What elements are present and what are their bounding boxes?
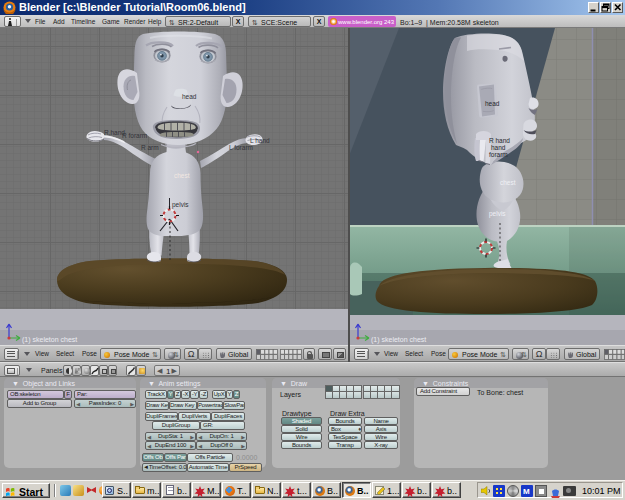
svg-text:(1) skeleton chest: (1) skeleton chest xyxy=(371,336,426,344)
svg-text:head: head xyxy=(485,100,500,107)
svg-text:R arm: R arm xyxy=(141,144,159,151)
svg-text:L forarm: L forarm xyxy=(229,144,253,151)
svg-text:(1) skeleton chest: (1) skeleton chest xyxy=(22,336,77,344)
svg-text:pelvis: pelvis xyxy=(489,210,506,218)
svg-text:L hand: L hand xyxy=(250,137,270,144)
svg-text:forarm: forarm xyxy=(489,151,508,158)
svg-text:R forarm: R forarm xyxy=(122,132,147,139)
svg-text:chest: chest xyxy=(174,172,190,179)
svg-text:R hand: R hand xyxy=(489,137,510,144)
svg-text:hand: hand xyxy=(491,144,506,151)
svg-text:head: head xyxy=(182,93,197,100)
svg-text:pelvis: pelvis xyxy=(172,201,189,209)
svg-text:chest: chest xyxy=(500,179,516,186)
